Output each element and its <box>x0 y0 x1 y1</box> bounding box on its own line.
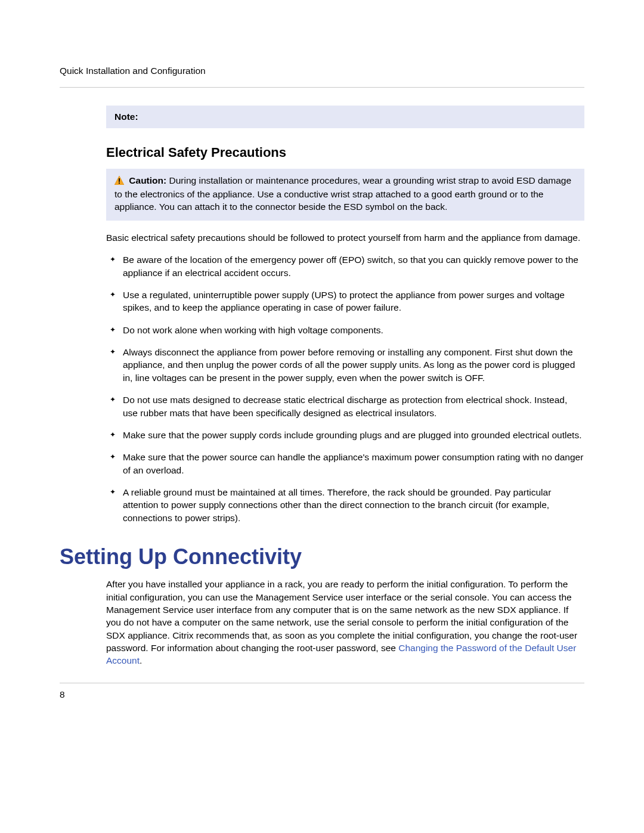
caution-label: Caution: <box>129 175 166 185</box>
list-item: Do not use mats designed to decrease sta… <box>106 394 584 419</box>
list-item: Always disconnect the appliance from pow… <box>106 346 584 384</box>
section-para-pre: After you have installed your appliance … <box>106 579 577 653</box>
page-number: 8 <box>60 689 584 700</box>
warning-icon <box>114 176 124 188</box>
footer-rule <box>60 683 584 683</box>
caution-box: Caution: During installation or maintena… <box>106 169 584 221</box>
svg-rect-2 <box>119 182 120 184</box>
bullet-list: Be aware of the location of the emergenc… <box>106 253 584 524</box>
running-head: Quick Installation and Configuration <box>60 66 584 76</box>
section-para-post: . <box>140 655 142 665</box>
note-box: Note: <box>106 106 584 128</box>
list-item: Do not work alone when working with high… <box>106 324 584 336</box>
header-rule <box>60 87 584 88</box>
list-item: Make sure that the power supply cords in… <box>106 429 584 441</box>
section-content: After you have installed your appliance … <box>106 578 584 667</box>
section-heading: Setting Up Connectivity <box>60 544 584 569</box>
list-item: A reliable ground must be maintained at … <box>106 486 584 524</box>
caution-text: During installation or maintenance proce… <box>114 175 571 212</box>
note-label: Note: <box>114 112 138 122</box>
intro-paragraph: Basic electrical safety precautions shou… <box>106 231 584 244</box>
svg-rect-1 <box>119 178 120 182</box>
content-block: Note: Electrical Safety Precautions Caut… <box>106 106 584 524</box>
list-item: Use a regulated, uninterruptible power s… <box>106 289 584 314</box>
subsection-heading: Electrical Safety Precautions <box>106 145 584 160</box>
list-item: Be aware of the location of the emergenc… <box>106 253 584 279</box>
section-paragraph: After you have installed your appliance … <box>106 578 584 667</box>
footer: 8 <box>60 683 584 700</box>
list-item: Make sure that the power source can hand… <box>106 451 584 476</box>
document-page: Quick Installation and Configuration Not… <box>0 0 644 736</box>
